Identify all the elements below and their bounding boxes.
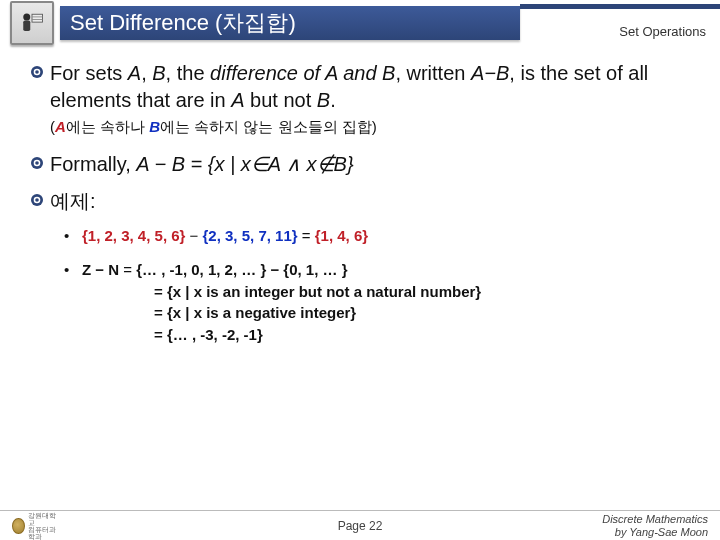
examples-list: • {1, 2, 3, 4, 5, 6} − {2, 3, 5, 7, 11} … bbox=[64, 225, 692, 346]
university-logo-icon bbox=[12, 518, 25, 534]
korean-note: (A에는 속하나 B에는 속하지 않는 원소들의 집합) bbox=[50, 118, 692, 137]
definition-block: For sets A, B, the difference of A and B… bbox=[30, 60, 692, 114]
slide-title: Set Difference (차집합) bbox=[60, 6, 520, 40]
svg-point-7 bbox=[35, 70, 39, 74]
examples-label: 예제: bbox=[50, 188, 96, 215]
example-item: • {1, 2, 3, 4, 5, 6} − {2, 3, 5, 7, 11} … bbox=[64, 225, 692, 247]
example-set-a: {1, 2, 3, 4, 5, 6} bbox=[82, 227, 185, 244]
footer-logo-block: 강원대학교컴퓨터과학과 bbox=[12, 516, 60, 536]
slide-content: For sets A, B, the difference of A and B… bbox=[0, 46, 720, 346]
header-accent-bar bbox=[520, 4, 720, 9]
section-subtitle: Set Operations bbox=[619, 24, 706, 39]
logo-caption: 강원대학교컴퓨터과학과 bbox=[28, 512, 60, 540]
page-number: Page 22 bbox=[338, 519, 383, 533]
example-set-b: {2, 3, 5, 7, 11} bbox=[203, 227, 298, 244]
presenter-icon bbox=[10, 1, 54, 45]
example-line: = {x | x is an integer but not a natural… bbox=[82, 281, 692, 303]
example-item: • Z − N = {… , -1, 0, 1, 2, … } − {0, 1,… bbox=[64, 259, 692, 346]
sub-bullet: • bbox=[64, 259, 82, 281]
formal-text: Formally, A − B = {x | x∈A ∧ x∉B} bbox=[50, 151, 354, 178]
examples-block: 예제: bbox=[30, 188, 692, 215]
svg-point-0 bbox=[23, 13, 30, 20]
formal-block: Formally, A − B = {x | x∈A ∧ x∉B} bbox=[30, 151, 692, 178]
bullet-icon bbox=[30, 193, 50, 211]
svg-rect-2 bbox=[32, 14, 43, 22]
svg-point-10 bbox=[35, 161, 39, 165]
bullet-icon bbox=[30, 156, 50, 174]
example-line: = {… , -3, -2, -1} bbox=[82, 324, 692, 346]
example-result: {1, 4, 6} bbox=[315, 227, 368, 244]
example-lhs: Z − N bbox=[82, 261, 119, 278]
svg-rect-1 bbox=[23, 20, 30, 31]
bullet-icon bbox=[30, 65, 50, 83]
slide-footer: 강원대학교컴퓨터과학과 Page 22 Discrete Mathematics… bbox=[0, 510, 720, 540]
example-line: = {x | x is a negative integer} bbox=[82, 302, 692, 324]
footer-credit: Discrete Mathematics by Yang-Sae Moon bbox=[602, 513, 708, 538]
slide-header: Set Difference (차집합) Set Operations bbox=[0, 0, 720, 46]
definition-text: For sets A, B, the difference of A and B… bbox=[50, 60, 692, 114]
svg-point-13 bbox=[35, 198, 39, 202]
sub-bullet: • bbox=[64, 225, 82, 247]
